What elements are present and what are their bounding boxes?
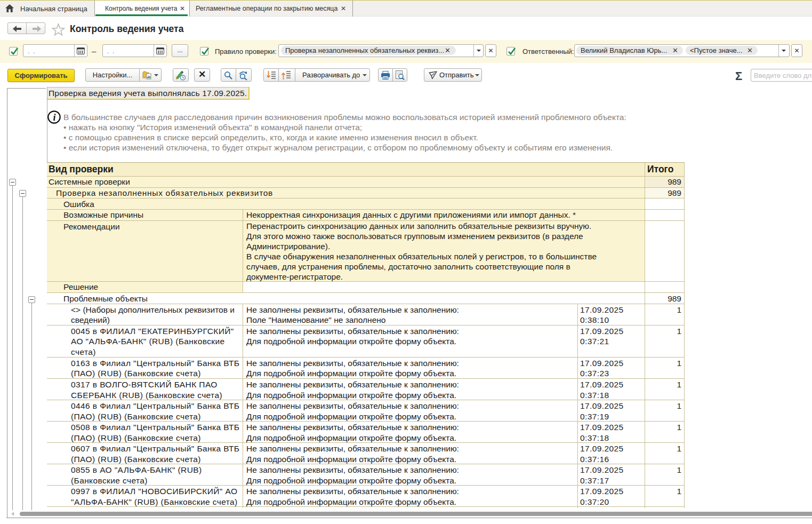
svg-text:i: i — [53, 112, 55, 123]
